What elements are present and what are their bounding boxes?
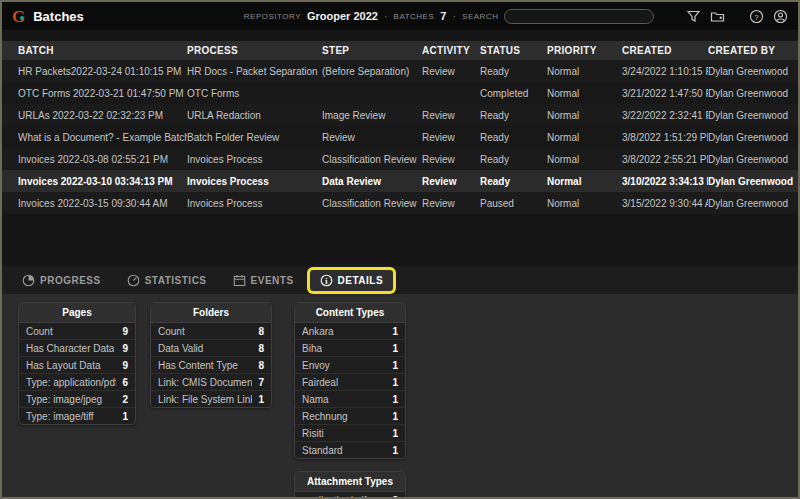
card-attachment-types: Attachment Typesapplication/pdf8	[294, 471, 406, 499]
stat-label: Ankara	[302, 326, 334, 337]
new-batch-folder-icon[interactable]	[710, 9, 725, 24]
batch-cell-created: 3/15/2022 9:30:44 AM	[622, 198, 708, 209]
batch-cell-priority: Normal	[547, 154, 622, 165]
card-title: Folders	[151, 303, 271, 323]
details-column-2: FoldersCount8Data Valid8Has Content Type…	[150, 302, 272, 408]
batch-cell-step: Image Review	[322, 110, 422, 121]
card-row: Rechnung1	[295, 408, 405, 425]
svg-text:i: i	[325, 276, 328, 285]
batch-cell-priority: Normal	[547, 176, 622, 187]
tab-label: EVENTS	[251, 275, 294, 286]
tab-label: PROGRESS	[40, 275, 101, 286]
batch-cell-created_by: Dylan Greenwood	[708, 154, 798, 165]
tab-label: STATISTICS	[145, 275, 207, 286]
column-header-priority[interactable]: PRIORITY	[547, 45, 622, 56]
batch-cell-process: Invoices Process	[187, 176, 322, 187]
card-title: Attachment Types	[295, 472, 405, 492]
stat-value: 1	[392, 411, 398, 422]
batch-row[interactable]: HR Packets2022-03-24 01:10:15 PMHR Docs …	[2, 60, 798, 82]
column-header-created-by[interactable]: CREATED BY	[708, 45, 798, 56]
batch-row[interactable]: Invoices 2022-03-15 09:30:44 AMInvoices …	[2, 192, 798, 214]
batch-cell-created: 3/21/2022 1:47:50 PM	[622, 88, 708, 99]
card-row: Nama1	[295, 391, 405, 408]
stat-label: Has Content Type	[158, 360, 238, 371]
batch-cell-process: OTC Forms	[187, 88, 322, 99]
tab-statistics[interactable]: STATISTICS	[117, 270, 217, 291]
tab-details[interactable]: iDETAILS	[310, 270, 394, 291]
stat-label: Has Layout Data	[26, 360, 101, 371]
batch-row[interactable]: URLAs 2022-03-22 02:32:23 PMURLA Redacti…	[2, 104, 798, 126]
help-icon[interactable]: ?	[749, 9, 764, 24]
column-header-step[interactable]: STEP	[322, 45, 422, 56]
card-row: application/pdf8	[295, 492, 405, 499]
batch-cell-process: HR Docs - Packet Separation	[187, 66, 322, 77]
grooper-logo-icon: G	[12, 8, 25, 25]
batch-row[interactable]: Invoices 2022-03-10 03:34:13 PMInvoices …	[2, 170, 798, 192]
svg-text:?: ?	[754, 12, 759, 21]
card-row: Data Valid8	[151, 340, 271, 357]
stat-value: 1	[392, 377, 398, 388]
stat-label: Data Valid	[158, 343, 203, 354]
user-account-icon[interactable]	[773, 9, 788, 24]
stat-label: Risiti	[302, 428, 324, 439]
tab-events[interactable]: EVENTS	[223, 270, 304, 291]
repository-label: REPOSITORY	[244, 12, 301, 21]
stat-label: Rechnung	[302, 411, 348, 422]
batch-cell-activity: Review	[422, 110, 480, 121]
stat-label: Type: application/pdf	[26, 377, 116, 388]
topbar-center: REPOSITORY Grooper 2022 · BATCHES 7 · SE…	[244, 9, 655, 24]
batch-cell-step: Data Review	[322, 176, 422, 187]
filter-icon[interactable]	[686, 9, 701, 24]
stat-label: Has Character Data	[26, 343, 114, 354]
batch-cell-status: Ready	[480, 132, 547, 143]
batch-cell-status: Ready	[480, 66, 547, 77]
batch-table-header: BATCHPROCESSSTEPACTIVITYSTATUSPRIORITYCR…	[2, 41, 798, 60]
stat-label: Type: image/tiff	[26, 411, 94, 422]
tab-progress[interactable]: PROGRESS	[12, 270, 111, 291]
batch-table-body: HR Packets2022-03-24 01:10:15 PMHR Docs …	[2, 60, 798, 214]
stat-label: Type: image/jpeg	[26, 394, 102, 405]
card-row: Ankara1	[295, 323, 405, 340]
details-panel: PagesCount9Has Character Data9Has Layout…	[2, 294, 798, 499]
batch-row[interactable]: Invoices 2022-03-08 02:55:21 PMInvoices …	[2, 148, 798, 170]
card-title: Pages	[19, 303, 135, 323]
stat-value: 1	[258, 394, 264, 405]
batch-cell-priority: Normal	[547, 132, 622, 143]
batch-cell-activity: Review	[422, 132, 480, 143]
batch-cell-process: URLA Redaction	[187, 110, 322, 121]
column-header-activity[interactable]: ACTIVITY	[422, 45, 480, 56]
batch-cell-created: 3/22/2022 2:32:41 PM	[622, 110, 708, 121]
batch-cell-status: Ready	[480, 110, 547, 121]
details-icon: i	[320, 274, 333, 287]
card-row: Link: CMIS Document Link7	[151, 374, 271, 391]
stat-label: Count	[158, 326, 185, 337]
stat-value: 8	[392, 495, 398, 499]
batch-cell-batch: HR Packets2022-03-24 01:10:15 PM	[18, 66, 187, 77]
card-row: Risiti1	[295, 425, 405, 442]
column-header-status[interactable]: STATUS	[480, 45, 547, 56]
batch-cell-created_by: Dylan Greenwood	[708, 132, 798, 143]
search-input[interactable]	[504, 9, 654, 24]
column-header-created[interactable]: CREATED	[622, 45, 708, 56]
batch-cell-status: Ready	[480, 176, 547, 187]
stat-label: Standard	[302, 445, 343, 456]
search-label: SEARCH	[462, 12, 498, 21]
batch-cell-created: 3/10/2022 3:34:13 PM	[622, 176, 708, 187]
batch-cell-batch: Invoices 2022-03-08 02:55:21 PM	[18, 154, 187, 165]
card-content-types: Content TypesAnkara1Biha1Envoy1Fairdeal1…	[294, 302, 406, 459]
batch-cell-created: 3/8/2022 1:51:29 PM	[622, 132, 708, 143]
batch-row[interactable]: What is a Document? - Example BatchBatch…	[2, 126, 798, 148]
repository-value[interactable]: Grooper 2022	[307, 10, 378, 22]
stat-value: 9	[122, 343, 128, 354]
column-header-process[interactable]: PROCESS	[187, 45, 322, 56]
batch-cell-created_by: Dylan Greenwood	[708, 176, 798, 187]
progress-icon	[22, 274, 35, 287]
batch-cell-activity: Review	[422, 176, 480, 187]
batch-cell-priority: Normal	[547, 198, 622, 209]
batch-cell-created_by: Dylan Greenwood	[708, 66, 798, 77]
batch-cell-priority: Normal	[547, 88, 622, 99]
batch-cell-status: Paused	[480, 198, 547, 209]
app-window: G Batches REPOSITORY Grooper 2022 · BATC…	[2, 2, 798, 497]
batch-row[interactable]: OTC Forms 2022-03-21 01:47:50 PMOTC Form…	[2, 82, 798, 104]
column-header-batch[interactable]: BATCH	[18, 45, 187, 56]
